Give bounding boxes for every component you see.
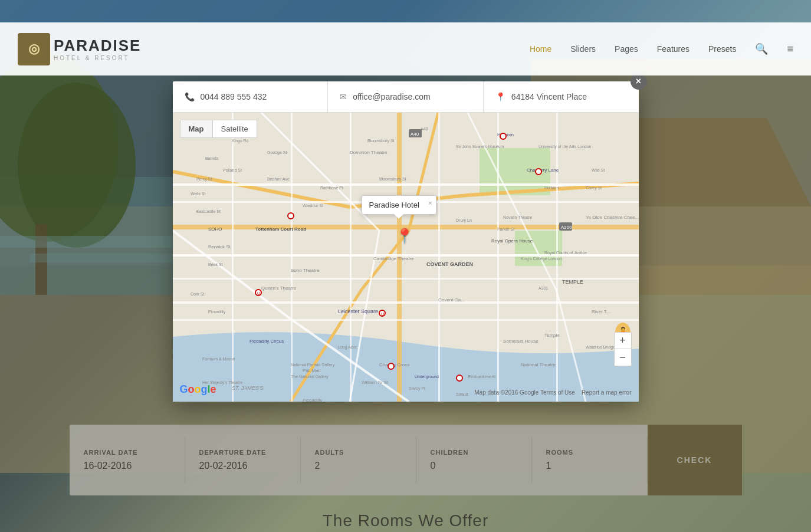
logo-sub: HOTEL & RESORT <box>54 55 141 61</box>
svg-text:Holborn: Holborn <box>544 186 559 190</box>
svg-text:Eastcastle St: Eastcastle St <box>196 209 221 214</box>
svg-text:Ye Olde Cheshire Chee...: Ye Olde Cheshire Chee... <box>586 215 639 220</box>
nav-pages[interactable]: Pages <box>615 44 638 54</box>
svg-text:A40: A40 <box>411 132 419 137</box>
map-view-controls: Map Satellite <box>180 120 257 138</box>
svg-text:Long Acre: Long Acre <box>338 345 357 350</box>
logo-text: PARADISE HOTEL & RESORT <box>54 37 141 61</box>
svg-rect-12 <box>515 231 562 266</box>
svg-text:Wells St: Wells St <box>191 192 206 196</box>
svg-rect-22 <box>291 113 293 402</box>
svg-text:Temple: Temple <box>544 333 560 338</box>
svg-text:Wardour St: Wardour St <box>303 203 323 208</box>
logo-name: PARADISE <box>54 37 141 55</box>
svg-point-96 <box>500 133 506 139</box>
svg-text:Queen's Theatre: Queen's Theatre <box>261 285 297 291</box>
map-zoom-controls: + − <box>614 332 632 366</box>
svg-rect-23 <box>350 113 352 402</box>
svg-text:Bloomsbury St: Bloomsbury St <box>379 177 406 182</box>
map-marker[interactable]: 📍 <box>396 228 413 244</box>
svg-text:National Theatre: National Theatre <box>521 362 556 367</box>
svg-text:Strand: Strand <box>456 392 468 396</box>
address-item: 📍 64184 Vincent Place <box>484 81 639 112</box>
terms-link[interactable]: Terms of Use <box>540 389 575 396</box>
nav-menu: Home Sliders Pages Features Presets 🔍 ≡ <box>530 42 793 55</box>
svg-point-95 <box>536 169 541 175</box>
svg-text:Pall Mall: Pall Mall <box>303 368 320 373</box>
svg-text:Waterloo Bridge: Waterloo Bridge <box>586 345 615 350</box>
svg-text:Berwick St: Berwick St <box>208 244 231 249</box>
modal-close-button[interactable]: × <box>631 73 647 90</box>
svg-text:Underground: Underground <box>415 375 439 379</box>
balloon-text: Paradise Hotel <box>369 201 419 209</box>
nav-features[interactable]: Features <box>657 44 689 54</box>
svg-text:COVENT GARDEN: COVENT GARDEN <box>426 261 473 267</box>
email-item: ✉ office@paradise.com <box>328 81 484 112</box>
svg-text:National Portrait Gallery: National Portrait Gallery <box>291 363 335 367</box>
nav-bar: ◎ PARADISE HOTEL & RESORT Home Sliders P… <box>0 22 811 75</box>
svg-text:Piccadilly Circus: Piccadilly Circus <box>249 339 284 344</box>
phone-item: 📞 0044 889 555 432 <box>173 81 329 112</box>
logo-symbol: ◎ <box>28 41 40 57</box>
svg-text:Fortnum & Mason: Fortnum & Mason <box>202 357 235 361</box>
svg-text:A200: A200 <box>561 225 572 230</box>
report-link[interactable]: Report a map error <box>582 389 631 396</box>
svg-text:King's College London: King's College London <box>521 257 562 261</box>
satellite-view-btn[interactable]: Satellite <box>213 120 257 137</box>
zoom-in-btn[interactable]: + <box>615 333 631 349</box>
svg-text:Piccadilly: Piccadilly <box>303 398 322 402</box>
svg-text:William IV St: William IV St <box>362 380 389 385</box>
svg-text:Percy St: Percy St <box>196 177 212 182</box>
google-logo: Google <box>180 383 216 396</box>
svg-text:Sir John Soane's Museum: Sir John Soane's Museum <box>456 145 504 149</box>
svg-text:Kings Rd: Kings Rd <box>232 139 249 143</box>
svg-text:Tottenham Court Road: Tottenham Court Road <box>255 226 306 232</box>
logo-icon: ◎ <box>18 33 50 65</box>
svg-text:Embankment: Embankment <box>468 374 496 379</box>
modal-overlay: × 📞 0044 889 555 432 ✉ office@paradise.c… <box>0 75 811 532</box>
phone-icon: 📞 <box>185 92 195 101</box>
email-icon: ✉ <box>340 92 347 101</box>
svg-text:Goodge St: Goodge St <box>267 150 287 155</box>
nav-presets[interactable]: Presets <box>708 44 736 54</box>
svg-text:Royal Courts of Justice: Royal Courts of Justice <box>544 251 587 255</box>
map-view-btn[interactable]: Map <box>180 120 213 137</box>
svg-text:SOHO: SOHO <box>208 226 222 232</box>
svg-text:Bloomsbury St: Bloomsbury St <box>367 139 395 143</box>
svg-text:Rathbone Pl: Rathbone Pl <box>320 186 343 190</box>
svg-text:Carey St: Carey St <box>586 186 602 191</box>
svg-text:Polland St: Polland St <box>223 168 242 172</box>
email-value: office@paradise.com <box>353 92 430 101</box>
svg-text:Piccadilly: Piccadilly <box>208 310 226 314</box>
svg-text:Beak St: Beak St <box>208 262 223 267</box>
svg-rect-15 <box>173 183 639 186</box>
menu-icon[interactable]: ≡ <box>787 43 793 55</box>
balloon-close[interactable]: × <box>428 199 432 206</box>
svg-rect-24 <box>438 113 440 402</box>
svg-text:U: U <box>257 291 260 295</box>
svg-text:Somerset House: Somerset House <box>503 339 539 344</box>
phone-value: 0044 889 555 432 <box>201 92 267 101</box>
modal-header: 📞 0044 889 555 432 ✉ office@paradise.com… <box>173 81 639 113</box>
svg-text:TEMPLE: TEMPLE <box>562 279 583 285</box>
zoom-out-btn[interactable]: − <box>615 349 631 366</box>
nav-sliders[interactable]: Sliders <box>570 44 596 54</box>
svg-rect-25 <box>497 113 499 402</box>
svg-text:ST. JAMES'S: ST. JAMES'S <box>232 385 263 391</box>
svg-text:U: U <box>381 312 384 316</box>
svg-text:Dominion Theatre: Dominion Theatre <box>350 150 388 155</box>
map-svg: Percy St Bedford Ave Bloomsbury St Totte… <box>173 113 639 402</box>
nav-home[interactable]: Home <box>530 44 551 54</box>
map-attribution: Map data ©2016 Google Terms of Use Repor… <box>474 389 631 396</box>
svg-point-97 <box>288 213 294 219</box>
logo: ◎ PARADISE HOTEL & RESORT <box>18 33 141 65</box>
map-info-balloon: Paradise Hotel × <box>362 195 436 215</box>
svg-text:Novello Theatre: Novello Theatre <box>503 215 532 219</box>
search-icon[interactable]: 🔍 <box>755 42 768 55</box>
svg-text:Royal Opera House: Royal Opera House <box>491 238 533 244</box>
svg-text:Parker St: Parker St <box>497 227 514 231</box>
map-data-text: Map data ©2016 Google <box>474 389 539 396</box>
svg-text:Drury Ln: Drury Ln <box>456 218 472 223</box>
address-icon: 📍 <box>495 92 505 101</box>
map-container: Percy St Bedford Ave Bloomsbury St Totte… <box>173 113 639 402</box>
